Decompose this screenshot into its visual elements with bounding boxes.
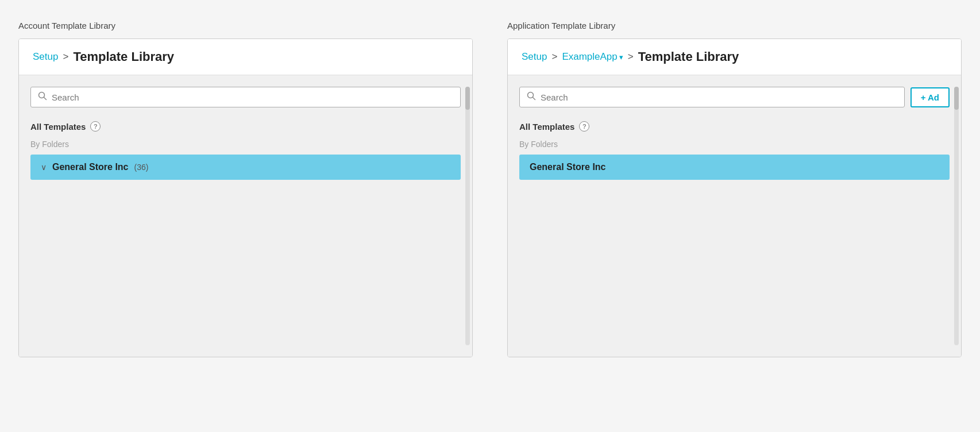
account-breadcrumb-bar: Setup > Template Library [19, 39, 472, 75]
account-scrollbar-thumb[interactable] [465, 87, 470, 110]
app-dropdown-arrow-icon: ▾ [619, 53, 623, 61]
app-breadcrumb-sep1: > [551, 51, 557, 63]
account-setup-link[interactable]: Setup [33, 51, 58, 63]
account-folder-name: General Store Inc [52, 162, 129, 172]
app-exampleapp-dropdown[interactable]: ExampleApp ▾ [562, 51, 623, 63]
app-search-icon [527, 91, 536, 103]
app-breadcrumb-sep2: > [628, 51, 634, 63]
account-all-templates-heading: All Templates ? [30, 121, 461, 132]
app-setup-link[interactable]: Setup [522, 51, 547, 63]
account-folder-chevron-icon: ∨ [41, 163, 47, 172]
app-panel-body: + Ad All Templates ? By Folders General … [508, 75, 961, 357]
account-search-input[interactable] [52, 92, 453, 102]
account-search-icon [38, 91, 47, 103]
app-by-folders-label: By Folders [519, 140, 950, 149]
panels-container: Account Template Library Setup > Templat… [18, 21, 962, 357]
account-search-box[interactable] [30, 87, 461, 107]
account-panel: Setup > Template Library [18, 38, 473, 357]
account-folder-item[interactable]: ∨ General Store Inc (36) [30, 155, 461, 180]
account-panel-label: Account Template Library [18, 21, 473, 30]
app-scrollbar-thumb[interactable] [954, 87, 959, 110]
app-panel: Setup > ExampleApp ▾ > Template Library [507, 38, 962, 357]
svg-line-3 [533, 98, 535, 100]
svg-line-1 [44, 98, 47, 100]
account-all-templates-help-icon[interactable]: ? [90, 121, 101, 132]
app-page-title: Template Library [638, 49, 739, 64]
app-panel-wrapper: Application Template Library Setup > Exa… [507, 21, 962, 357]
account-all-templates-label: All Templates [30, 122, 86, 132]
app-search-row: + Ad [519, 87, 950, 107]
app-all-templates-heading: All Templates ? [519, 121, 950, 132]
account-panel-wrapper: Account Template Library Setup > Templat… [18, 21, 473, 357]
app-all-templates-label: All Templates [519, 122, 574, 132]
account-folder-count: (36) [134, 163, 149, 172]
app-name-link: ExampleApp [562, 51, 617, 63]
account-scrollbar[interactable] [465, 87, 470, 345]
app-folder-item[interactable]: General Store Inc [519, 155, 950, 180]
app-breadcrumb-bar: Setup > ExampleApp ▾ > Template Library [508, 39, 961, 75]
add-button[interactable]: + Ad [910, 87, 950, 107]
account-search-row [30, 87, 461, 107]
app-panel-label: Application Template Library [507, 21, 962, 30]
app-search-input[interactable] [541, 92, 897, 102]
app-all-templates-help-icon[interactable]: ? [579, 121, 589, 132]
app-scrollbar[interactable] [954, 87, 959, 345]
account-page-title: Template Library [73, 49, 174, 64]
account-by-folders-label: By Folders [30, 140, 461, 149]
app-folder-name: General Store Inc [530, 162, 606, 172]
account-panel-body: All Templates ? By Folders ∨ General Sto… [19, 75, 472, 357]
app-search-box[interactable] [519, 87, 905, 107]
account-breadcrumb-sep: > [63, 51, 68, 63]
